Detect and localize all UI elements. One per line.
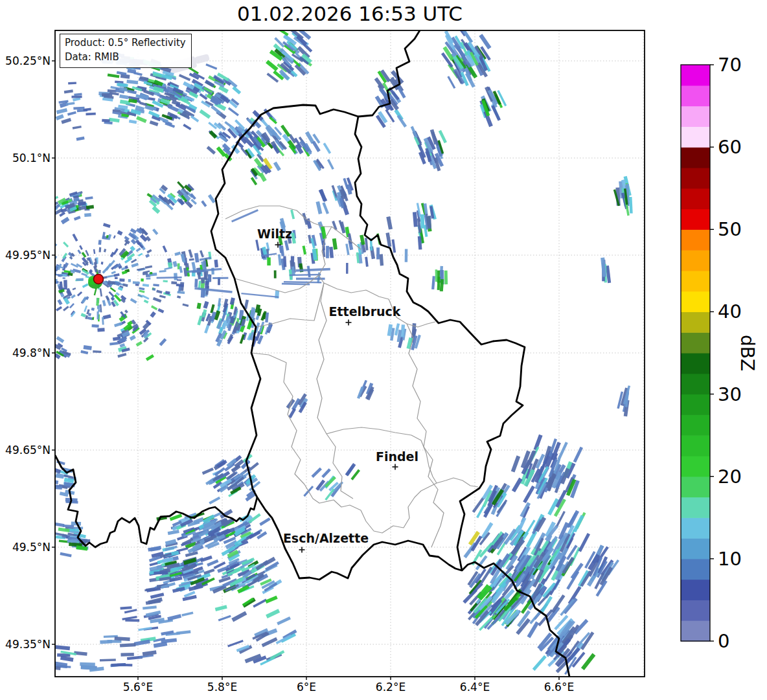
product-line: Product: 0.5° Reflectivity (65, 36, 186, 51)
city-label: Findel (376, 449, 418, 464)
y-tick-label: 50.25°N (5, 54, 51, 67)
y-tick-label: 50.1°N (12, 152, 51, 164)
colorbar-tick-label: 30 (718, 383, 742, 405)
x-tick-label: 5.8°E (207, 681, 237, 694)
datasource-line: Data: RMIB (65, 51, 186, 65)
city-label: Ettelbruck (329, 304, 401, 319)
product-info-box: Product: 0.5° Reflectivity Data: RMIB (60, 34, 192, 68)
colorbar-tick-label: 70 (718, 54, 742, 76)
x-tick-label: 6.4°E (460, 681, 490, 694)
radar-site-marker (94, 275, 104, 284)
y-tick-label: 49.35°N (5, 638, 51, 651)
colorbar (681, 65, 714, 642)
colorbar-tick-label: 0 (718, 630, 729, 652)
radar-map-app: 01.02.2026 16:53 UTC Product: 0.5° Refle… (0, 0, 767, 700)
y-tick-label: 49.5°N (12, 541, 51, 554)
city-label: Esch/Alzette (283, 531, 369, 545)
colorbar-tick-label: 50 (718, 218, 742, 240)
x-tick-label: 5.6°E (123, 681, 153, 694)
y-tick-label: 49.95°N (5, 249, 51, 262)
x-tick-label: 6.6°E (544, 681, 574, 694)
x-tick-label: 6°E (297, 681, 316, 694)
plot-background (55, 30, 645, 677)
colorbar-tick-label: 60 (718, 136, 742, 158)
colorbar-tick-label: 10 (718, 548, 742, 570)
y-tick-label: 49.65°N (5, 444, 51, 457)
colorbar-tick-label: 40 (718, 300, 742, 322)
x-tick-label: 6.2°E (376, 681, 406, 694)
colorbar-tick-label: 20 (718, 466, 742, 488)
y-tick-label: 49.8°N (12, 346, 51, 359)
radar-plot-canvas (0, 0, 767, 700)
city-label: Wiltz (257, 227, 292, 241)
colorbar-unit-label: dBZ (737, 335, 758, 371)
